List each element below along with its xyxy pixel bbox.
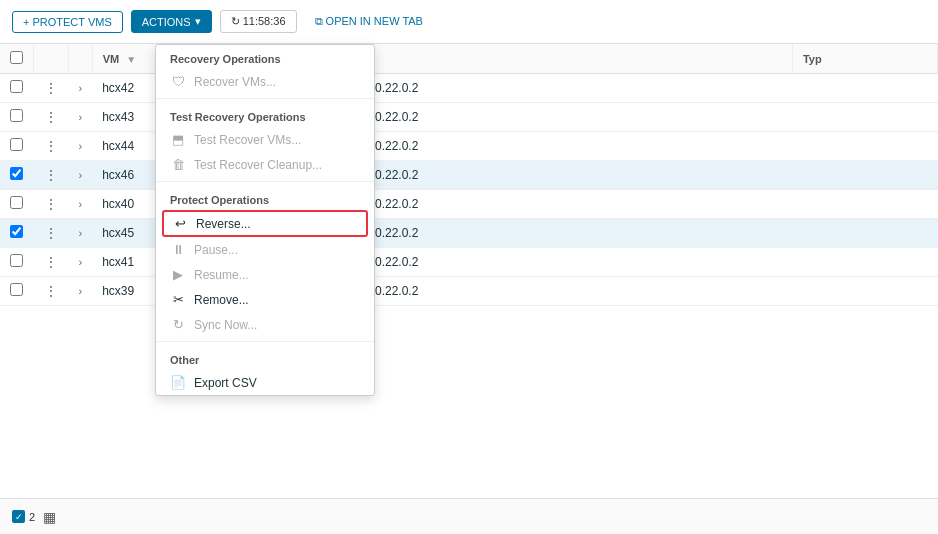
- row-expand-chevron[interactable]: ›: [79, 169, 83, 181]
- row-checkbox[interactable]: [10, 167, 23, 180]
- time-refresh-button[interactable]: ↻ 11:58:36: [220, 10, 297, 33]
- row-expand-chevron[interactable]: ›: [79, 285, 83, 297]
- actions-arrow-icon: ▾: [195, 15, 201, 28]
- selected-count-label: 2: [29, 511, 35, 523]
- time-label: ↻ 11:58:36: [231, 15, 286, 28]
- row-expand-chevron[interactable]: ›: [79, 111, 83, 123]
- row-type: [792, 132, 937, 161]
- row-checkbox-cell: [0, 161, 34, 190]
- open-new-tab-label: ⧉ OPEN IN NEW TAB: [315, 15, 423, 28]
- pause-label: Pause...: [194, 243, 238, 257]
- pause-menu-item[interactable]: ⏸ Pause...: [156, 237, 374, 262]
- row-actions-dots[interactable]: ⋮: [44, 225, 59, 241]
- select-all-checkbox[interactable]: [10, 51, 23, 64]
- row-actions-cell: ⋮: [34, 74, 69, 103]
- test-recover-cleanup-menu-item[interactable]: 🗑 Test Recover Cleanup...: [156, 152, 374, 177]
- test-recover-vms-icon: ⬒: [170, 132, 186, 147]
- row-checkbox[interactable]: [10, 283, 23, 296]
- col-actions: [34, 44, 69, 74]
- test-recover-vms-menu-item[interactable]: ⬒ Test Recover VMs...: [156, 127, 374, 152]
- remove-label: Remove...: [194, 293, 249, 307]
- row-checkbox[interactable]: [10, 196, 23, 209]
- table-row: ⋮ › hcx45 VC: 10.22.0.2: [0, 219, 938, 248]
- row-actions-dots[interactable]: ⋮: [44, 80, 59, 96]
- row-checkbox-cell: [0, 219, 34, 248]
- row-checkbox-cell: [0, 132, 34, 161]
- remove-menu-item[interactable]: ✂ Remove...: [156, 287, 374, 312]
- menu-divider-2: [156, 181, 374, 182]
- col-checkbox: [0, 44, 34, 74]
- row-expand-cell: ›: [69, 248, 93, 277]
- row-actions-dots[interactable]: ⋮: [44, 167, 59, 183]
- row-expand-chevron[interactable]: ›: [79, 198, 83, 210]
- row-expand-cell: ›: [69, 161, 93, 190]
- row-expand-cell: ›: [69, 190, 93, 219]
- vm-sort-icon[interactable]: ▼: [126, 54, 136, 65]
- actions-dropdown-menu: Recovery Operations 🛡 Recover VMs... Tes…: [155, 44, 375, 396]
- row-type: [792, 277, 937, 306]
- row-actions-dots[interactable]: ⋮: [44, 109, 59, 125]
- selected-count: ✓ 2: [12, 510, 35, 523]
- row-actions-dots[interactable]: ⋮: [44, 254, 59, 270]
- row-checkbox-cell: [0, 74, 34, 103]
- menu-divider-1: [156, 98, 374, 99]
- shield-icon: 🛡: [170, 74, 186, 89]
- main-container: + PROTECT VMS ACTIONS ▾ ↻ 11:58:36 ⧉ OPE…: [0, 0, 938, 534]
- row-actions-dots[interactable]: ⋮: [44, 196, 59, 212]
- open-new-tab-button[interactable]: ⧉ OPEN IN NEW TAB: [305, 11, 433, 32]
- test-recover-cleanup-icon: 🗑: [170, 157, 186, 172]
- sync-now-menu-item[interactable]: ↻ Sync Now...: [156, 312, 374, 337]
- table-container: VM ▼ Local Site ▼ Typ ⋮: [0, 44, 938, 498]
- row-actions-cell: ⋮: [34, 219, 69, 248]
- table-header-row: VM ▼ Local Site ▼ Typ: [0, 44, 938, 74]
- toolbar: + PROTECT VMS ACTIONS ▾ ↻ 11:58:36 ⧉ OPE…: [0, 0, 938, 44]
- table-row: ⋮ › hcx41 VC: 10.22.0.2: [0, 248, 938, 277]
- row-checkbox[interactable]: [10, 109, 23, 122]
- row-actions-cell: ⋮: [34, 161, 69, 190]
- row-actions-dots[interactable]: ⋮: [44, 138, 59, 154]
- vm-table: VM ▼ Local Site ▼ Typ ⋮: [0, 44, 938, 306]
- row-actions-cell: ⋮: [34, 277, 69, 306]
- row-checkbox-cell: [0, 190, 34, 219]
- resume-menu-item[interactable]: ▶ Resume...: [156, 262, 374, 287]
- row-actions-cell: ⋮: [34, 190, 69, 219]
- row-type: [792, 190, 937, 219]
- row-checkbox-cell: [0, 248, 34, 277]
- row-actions-cell: ⋮: [34, 248, 69, 277]
- reverse-icon: ↩: [172, 216, 188, 231]
- row-expand-cell: ›: [69, 103, 93, 132]
- table-row: ⋮ › hcx39 VC: 10.22.0.2: [0, 277, 938, 306]
- table-row: ⋮ › hcx43 VC: 10.22.0.2: [0, 103, 938, 132]
- row-expand-chevron[interactable]: ›: [79, 256, 83, 268]
- resume-label: Resume...: [194, 268, 249, 282]
- pause-icon: ⏸: [170, 242, 186, 257]
- row-checkbox[interactable]: [10, 138, 23, 151]
- row-expand-chevron[interactable]: ›: [79, 140, 83, 152]
- row-expand-chevron[interactable]: ›: [79, 82, 83, 94]
- protect-vms-label: + PROTECT VMS: [23, 16, 112, 28]
- footer-bar: ✓ 2 ▦: [0, 498, 938, 534]
- other-section-label: Other: [156, 346, 374, 370]
- export-csv-icon: 📄: [170, 375, 186, 390]
- actions-label: ACTIONS: [142, 16, 191, 28]
- row-type: [792, 219, 937, 248]
- protect-vms-button[interactable]: + PROTECT VMS: [12, 11, 123, 33]
- row-expand-chevron[interactable]: ›: [79, 227, 83, 239]
- recover-vms-menu-item[interactable]: 🛡 Recover VMs...: [156, 69, 374, 94]
- recovery-ops-section-label: Recovery Operations: [156, 45, 374, 69]
- resume-icon: ▶: [170, 267, 186, 282]
- row-type: [792, 161, 937, 190]
- row-checkbox[interactable]: [10, 225, 23, 238]
- row-checkbox[interactable]: [10, 254, 23, 267]
- reverse-label: Reverse...: [196, 217, 251, 231]
- row-checkbox[interactable]: [10, 80, 23, 93]
- row-actions-cell: ⋮: [34, 132, 69, 161]
- row-actions-dots[interactable]: ⋮: [44, 283, 59, 299]
- row-actions-cell: ⋮: [34, 103, 69, 132]
- col-type: Typ: [792, 44, 937, 74]
- row-type: [792, 248, 937, 277]
- reverse-menu-item[interactable]: ↩ Reverse...: [162, 210, 368, 237]
- row-expand-cell: ›: [69, 132, 93, 161]
- export-csv-menu-item[interactable]: 📄 Export CSV: [156, 370, 374, 395]
- actions-button[interactable]: ACTIONS ▾: [131, 10, 212, 33]
